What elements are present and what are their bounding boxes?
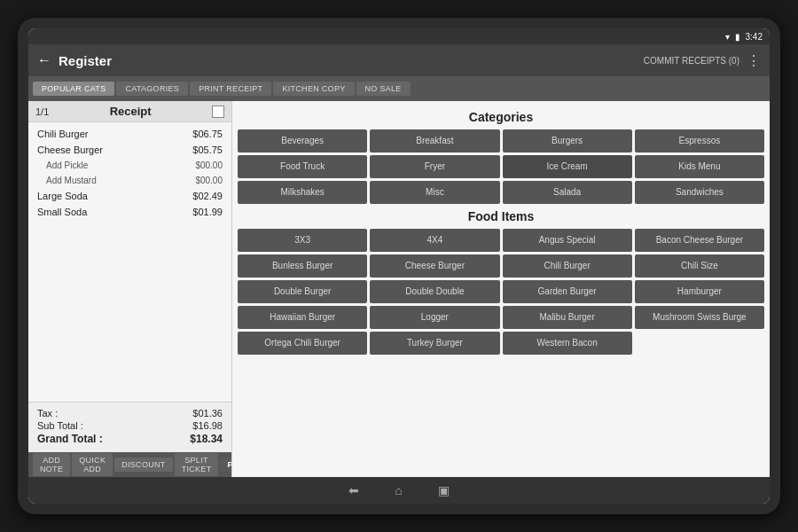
- main-content: 1/1 Receipt Chili Burger $06.75 Cheese B…: [28, 101, 770, 477]
- item-mushroom-swiss[interactable]: Mushroom Swiss Burge: [635, 306, 764, 329]
- category-kids-menu[interactable]: Kids Menu: [635, 155, 764, 178]
- split-ticket-button[interactable]: SPLIT TICKET: [175, 453, 219, 476]
- categories-grid: Beverages Breakfast Burgers Espressos Fo…: [238, 129, 764, 204]
- receipt-item: Large Soda $02.49: [28, 188, 231, 204]
- more-options-button[interactable]: ⋮: [747, 52, 761, 69]
- tab-print-receipt[interactable]: PRINT RECEIPT: [190, 82, 271, 96]
- tab-popular-cats[interactable]: POPULAR CATS: [33, 82, 114, 96]
- nav-home-icon[interactable]: ⌂: [395, 483, 402, 497]
- action-bar: ADD NOTE QUICK ADD DISCOUNT SPLIT TICKET…: [28, 452, 231, 477]
- item-name: Small Soda: [37, 207, 87, 217]
- item-price: $01.99: [192, 207, 223, 217]
- item-name: Chili Burger: [37, 129, 88, 139]
- item-price: $02.49: [192, 191, 223, 201]
- grandtotal-label: Grand Total :: [37, 433, 103, 445]
- item-double-burger[interactable]: Double Burger: [238, 280, 367, 303]
- item-malibu-burger[interactable]: Malibu Burger: [503, 306, 632, 329]
- pay-button[interactable]: PAY: [220, 458, 232, 472]
- quick-add-button[interactable]: QUICK ADD: [72, 453, 113, 476]
- category-burgers[interactable]: Burgers: [503, 129, 632, 153]
- header-left: ← Register: [37, 52, 112, 68]
- modifier-name: Add Pickle: [46, 160, 88, 170]
- item-angus-special[interactable]: Angus Special: [503, 229, 632, 252]
- app-header: ← Register COMMIT RECEIPTS (0) ⋮: [28, 44, 770, 76]
- receipt-header: 1/1 Receipt: [28, 101, 231, 122]
- item-garden-burger[interactable]: Garden Burger: [503, 280, 632, 303]
- time-display: 3:42: [746, 32, 763, 42]
- item-cheese-burger[interactable]: Cheese Burger: [370, 254, 499, 278]
- food-items-grid: 3X3 4X4 Angus Special Bacon Cheese Burge…: [238, 229, 764, 355]
- item-empty: [635, 332, 764, 355]
- receipt-title: Receipt: [49, 105, 212, 118]
- tab-categories[interactable]: CATAGORIES: [116, 82, 188, 96]
- receipt-item-modifier: Add Mustard $00.00: [28, 173, 231, 188]
- item-logger[interactable]: Logger: [370, 306, 499, 329]
- page-title: Register: [59, 53, 112, 68]
- status-bar: ▾ ▮ 3:42: [28, 28, 770, 44]
- menu-panel: Categories Beverages Breakfast Burgers E…: [232, 101, 770, 477]
- subtotal-label: Sub Total :: [37, 420, 83, 431]
- tax-value: $01.36: [192, 408, 223, 419]
- item-bunless-burger[interactable]: Bunless Burger: [238, 254, 367, 278]
- nav-recent-icon[interactable]: ▣: [438, 483, 450, 497]
- tab-bar: POPULAR CATS CATAGORIES PRINT RECEIPT KI…: [28, 76, 770, 101]
- tab-no-sale[interactable]: NO SALE: [356, 82, 411, 96]
- item-price: $05.75: [192, 145, 223, 155]
- item-western-bacon[interactable]: Western Bacon: [503, 332, 632, 355]
- receipt-number: 1/1: [35, 106, 49, 117]
- category-ice-cream[interactable]: Ice Cream: [503, 155, 632, 178]
- receipt-item: Chili Burger $06.75: [28, 126, 231, 142]
- receipt-panel: 1/1 Receipt Chili Burger $06.75 Cheese B…: [28, 101, 232, 477]
- subtotal-value: $16.98: [192, 420, 223, 431]
- item-hawaiian-burger[interactable]: Hawaiian Burger: [238, 306, 367, 329]
- item-4x4[interactable]: 4X4: [370, 229, 499, 252]
- screen: ▾ ▮ 3:42 ← Register COMMIT RECEIPTS (0) …: [28, 28, 770, 504]
- modifier-price: $00.00: [195, 160, 223, 170]
- food-items-section-title: Food Items: [238, 209, 764, 223]
- category-food-truck[interactable]: Food Truck: [238, 155, 367, 178]
- modifier-name: Add Mustard: [46, 176, 97, 185]
- wifi-icon: ▾: [725, 32, 730, 42]
- grandtotal-row: Grand Total : $18.34: [37, 433, 223, 445]
- category-espressos[interactable]: Espressos: [635, 129, 764, 153]
- receipt-items-list: Chili Burger $06.75 Cheese Burger $05.75…: [28, 122, 231, 402]
- receipt-item: Cheese Burger $05.75: [28, 142, 231, 158]
- receipt-item: Small Soda $01.99: [28, 204, 231, 220]
- item-hamburger[interactable]: Hamburger: [635, 280, 764, 303]
- subtotal-row: Sub Total : $16.98: [37, 420, 223, 431]
- item-price: $06.75: [192, 129, 223, 139]
- item-chili-burger[interactable]: Chili Burger: [503, 254, 632, 278]
- item-bacon-cheese-burger[interactable]: Bacon Cheese Burger: [635, 229, 764, 252]
- nav-back-icon[interactable]: ⬅: [348, 483, 359, 497]
- commit-receipts-button[interactable]: COMMIT RECEIPTS (0): [644, 56, 739, 66]
- item-chili-size[interactable]: Chili Size: [635, 254, 764, 278]
- tax-label: Tax :: [37, 408, 58, 419]
- back-button[interactable]: ←: [37, 52, 51, 68]
- receipt-totals: Tax : $01.36 Sub Total : $16.98 Grand To…: [28, 402, 231, 452]
- category-sandwiches[interactable]: Sandwiches: [635, 181, 764, 204]
- modifier-price: $00.00: [195, 176, 223, 185]
- item-turkey-burger[interactable]: Turkey Burger: [370, 332, 499, 355]
- battery-icon: ▮: [735, 32, 740, 42]
- category-milkshakes[interactable]: Milkshakes: [238, 181, 367, 204]
- tablet-device: ▾ ▮ 3:42 ← Register COMMIT RECEIPTS (0) …: [18, 18, 780, 514]
- receipt-item-modifier: Add Pickle $00.00: [28, 158, 231, 173]
- add-note-button[interactable]: ADD NOTE: [33, 453, 70, 476]
- category-salada[interactable]: Salada: [503, 181, 632, 204]
- item-name: Large Soda: [37, 191, 88, 201]
- discount-button[interactable]: DISCOUNT: [114, 458, 172, 472]
- category-breakfast[interactable]: Breakfast: [370, 129, 499, 153]
- categories-section-title: Categories: [238, 110, 764, 124]
- tax-row: Tax : $01.36: [37, 408, 223, 419]
- category-beverages[interactable]: Beverages: [238, 129, 367, 153]
- header-right: COMMIT RECEIPTS (0) ⋮: [644, 52, 761, 69]
- grandtotal-value: $18.34: [190, 433, 223, 445]
- item-3x3[interactable]: 3X3: [238, 229, 367, 252]
- receipt-checkbox[interactable]: [212, 106, 224, 118]
- category-misc[interactable]: Misc: [370, 181, 499, 204]
- item-ortega-chili-burger[interactable]: Ortega Chili Burger: [238, 332, 367, 355]
- tab-kitchen-copy[interactable]: KITCHEN COPY: [273, 82, 354, 96]
- item-double-double[interactable]: Double Double: [370, 280, 499, 303]
- item-name: Cheese Burger: [37, 145, 103, 155]
- category-fryer[interactable]: Fryer: [370, 155, 499, 178]
